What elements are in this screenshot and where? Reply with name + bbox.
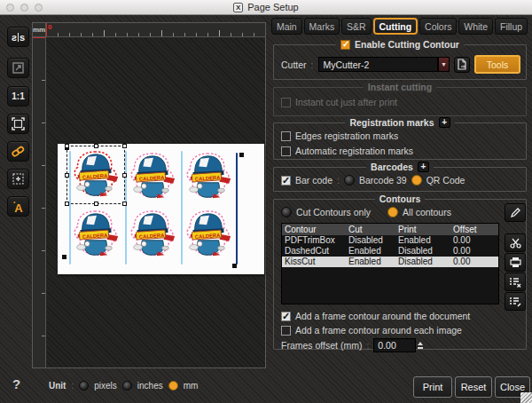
tab-main[interactable]: Main (271, 18, 302, 35)
text-style-icon: * A (12, 201, 25, 213)
minimize-window-icon[interactable] (20, 4, 28, 12)
tools-button[interactable]: Tools (474, 55, 520, 74)
tab-colors[interactable]: Colors (419, 18, 457, 35)
barcodes-header: Barcodes (371, 162, 413, 172)
close-window-icon[interactable] (6, 4, 14, 12)
cutter-label: Cutter (281, 59, 307, 70)
title-bar: X Page Setup (0, 0, 532, 15)
document-page[interactable]: CALDERA CALDERA CALDERA CALDERA CAL (58, 144, 264, 274)
list-edit-button[interactable] (505, 292, 526, 311)
sticker-image[interactable]: CALDERA (127, 150, 178, 203)
text-style-button[interactable]: * A (7, 196, 29, 217)
instant-cut-label: Instant cut just after print (295, 97, 397, 107)
barcode-label: Bar code (295, 175, 332, 186)
frame-image-label: Add a frame contour around each image (295, 325, 462, 336)
unit-label: Unit (49, 381, 66, 391)
sticker-image-selected[interactable]: CALDERA (70, 148, 121, 202)
unit-mm-radio[interactable] (168, 381, 178, 391)
sticker-image[interactable]: CALDERA (183, 208, 234, 261)
link-button[interactable] (7, 141, 29, 162)
table-row-selected[interactable]: KissCut Enabled Disabled 0.00 (282, 257, 498, 267)
automatic-registration-label: Automatic registration marks (295, 146, 413, 156)
resize-grip[interactable] (520, 392, 532, 403)
all-contours-radio[interactable] (387, 207, 398, 217)
svg-text:s: s (12, 32, 17, 43)
help-button[interactable]: ? (12, 376, 20, 391)
tab-sr[interactable]: S&R (341, 18, 371, 35)
registration-expand-button[interactable]: + (439, 117, 450, 128)
mirror-tool-button[interactable]: s s (7, 27, 29, 47)
cut-contours-only-radio[interactable] (281, 207, 292, 217)
registration-mark (62, 255, 66, 259)
contours-table-header: Contour Cut Print Offset (282, 224, 498, 235)
barcodes-group: Barcodes + Bar code : Barcode 39 QR Code (273, 167, 527, 192)
table-row[interactable]: PDFTrimBox Disabled Enabled 0.00 (282, 235, 498, 246)
enable-cutting-label: Enable Cutting Contour (355, 39, 459, 50)
reset-button[interactable]: Reset (455, 376, 492, 398)
edges-registration-label: Edges registration marks (295, 130, 398, 141)
stepper-up-icon[interactable] (418, 342, 423, 345)
stepper-down-icon[interactable] (418, 347, 423, 349)
selection-handle[interactable] (94, 202, 98, 206)
unit-inches-radio[interactable] (122, 381, 132, 391)
registration-mark (65, 146, 69, 150)
unit-selector: Unit : pixels inches mm (49, 381, 198, 391)
list-remove-icon (509, 277, 521, 288)
frame-document-label: Add a frame contour around the document (295, 311, 470, 321)
cutter-select[interactable]: MyCutter-2 (318, 57, 438, 72)
printer-icon (510, 257, 521, 268)
print-contour-button[interactable] (505, 253, 526, 272)
svg-text:s: s (20, 32, 25, 43)
sticker-image[interactable]: CALDERA (70, 208, 121, 261)
tab-white[interactable]: White (458, 18, 493, 35)
tab-fillup[interactable]: Fillup (495, 18, 528, 35)
cut-contour-button[interactable] (505, 233, 526, 252)
canvas-workspace[interactable]: CALDERA CALDERA CALDERA CALDERA CAL (47, 38, 265, 367)
actual-size-button[interactable]: 1:1 (7, 86, 29, 107)
settings-tabs: Main Marks S&R Cutting Colors White Fill… (271, 18, 528, 35)
table-row[interactable]: DashedCut Enabled Disabled 0.00 (282, 246, 498, 257)
open-in-window-button[interactable] (7, 58, 29, 78)
transform-frame-button[interactable] (7, 169, 29, 189)
registration-marks-header: Registration marks (349, 117, 434, 128)
zoom-window-icon[interactable] (35, 4, 43, 12)
frame-document-checkbox[interactable] (281, 312, 291, 321)
sticker-image[interactable]: CALDERA (127, 208, 178, 261)
new-document-icon (457, 59, 467, 70)
frames-offset-input[interactable] (373, 338, 416, 352)
unit-pixels-radio[interactable] (79, 381, 89, 391)
edges-registration-checkbox[interactable] (281, 131, 291, 141)
automatic-registration-checkbox[interactable] (281, 146, 291, 156)
registration-mark (239, 153, 244, 157)
new-cutter-button[interactable] (454, 57, 470, 73)
ruler-unit-label: mm (33, 26, 45, 34)
window-controls (6, 4, 43, 12)
frame-image-checkbox[interactable] (281, 326, 291, 336)
barcode-checkbox[interactable] (281, 176, 291, 186)
qrcode-label: QR Code (426, 175, 466, 186)
sticker-image[interactable]: CALDERA (183, 150, 234, 203)
fit-page-icon (12, 117, 25, 130)
unit-pixels-label: pixels (94, 381, 117, 391)
print-button[interactable]: Print (413, 376, 452, 398)
barcodes-expand-button[interactable]: + (418, 162, 429, 172)
cut-line-edge (236, 153, 238, 265)
barcode39-label: Barcode 39 (359, 175, 407, 186)
contours-table: Contour Cut Print Offset PDFTrimBox Disa… (281, 223, 499, 304)
actual-size-label: 1:1 (12, 91, 24, 101)
barcode39-radio[interactable] (344, 175, 355, 186)
cutter-dropdown-arrow[interactable]: ▼ (438, 57, 450, 72)
tab-marks[interactable]: Marks (304, 18, 340, 35)
edit-contour-button[interactable] (505, 203, 526, 222)
tab-cutting[interactable]: Cutting (373, 18, 419, 35)
qrcode-radio[interactable] (411, 175, 422, 186)
link-icon (12, 146, 25, 157)
enable-cutting-checkbox[interactable] (340, 40, 350, 50)
fit-page-button[interactable] (7, 114, 29, 134)
list-remove-button[interactable] (505, 273, 526, 291)
preview-canvas: mm 0 CALDERA (32, 22, 266, 368)
frames-offset-stepper[interactable] (418, 342, 423, 349)
selection-handle[interactable] (122, 144, 127, 148)
pencil-icon (510, 207, 521, 218)
instant-cutting-header: Instant cutting (364, 82, 436, 92)
